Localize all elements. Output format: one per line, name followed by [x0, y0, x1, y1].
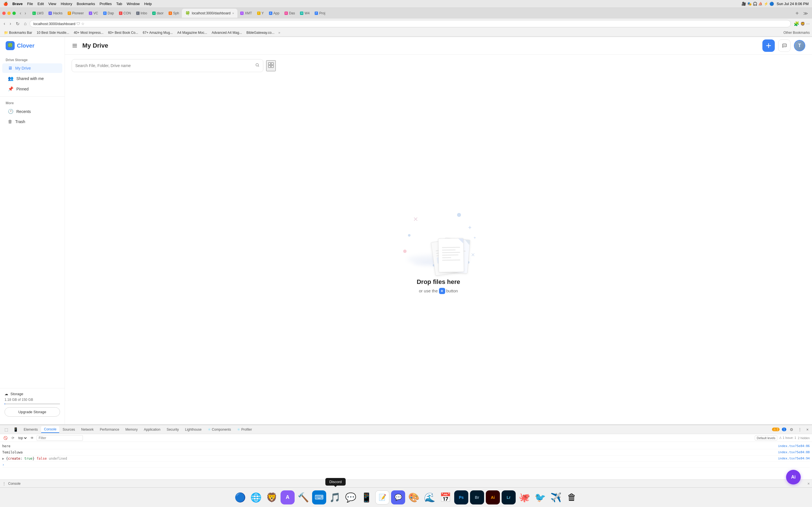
bookmark-book[interactable]: 60+ Best Book Co... [106, 30, 140, 35]
sidebar-item-recents[interactable]: 🕐 Recents [2, 107, 62, 116]
more-section-label: More [0, 99, 64, 106]
tab-active-dashboard[interactable]: 🍀 localhost:3000/dashboard × [182, 9, 238, 18]
logo-text: Clover [17, 43, 35, 49]
logo-icon: 🍀 [6, 41, 15, 50]
drop-zone[interactable]: ✕ ✕ ✦ ✦ [65, 76, 406, 253]
sidebar-item-my-drive[interactable]: 🖥 My Drive [2, 63, 62, 73]
maximize-window-button[interactable] [12, 11, 16, 15]
traffic-lights [2, 11, 16, 15]
drive-section-label: Drive Storage [0, 56, 64, 63]
svg-rect-0 [72, 44, 77, 45]
drop-illustration: ✕ ✕ ✦ ✦ [399, 207, 406, 254]
page-title: My Drive [82, 42, 108, 49]
sidebar: 🍀 Clover Drive Storage 🖥 My Drive 👥 Shar… [0, 37, 65, 253]
svg-rect-1 [72, 45, 77, 46]
tab-y[interactable]: Y Y [255, 9, 266, 17]
sidebar-item-pinned[interactable]: 📌 Pinned [2, 84, 62, 94]
refresh-button[interactable]: ↻ [14, 20, 21, 27]
star-icon[interactable]: ☆ [81, 22, 85, 26]
tab-inbox[interactable]: I Inbo [134, 9, 149, 17]
tab-sph[interactable]: S Sph [166, 9, 181, 17]
sidebar-divider [0, 96, 64, 97]
search-bar-row [65, 55, 406, 76]
search-input[interactable] [75, 63, 255, 68]
tab-lw3[interactable]: L LW3 [30, 9, 46, 17]
tab-menu[interactable]: Tab [116, 2, 122, 6]
tab-dao[interactable]: d daor [150, 9, 166, 17]
recents-icon: 🕐 [8, 109, 13, 114]
svg-rect-2 [72, 47, 77, 47]
tab-w4[interactable]: W W4 [298, 9, 312, 17]
svg-rect-8 [271, 62, 273, 65]
svg-rect-7 [268, 62, 271, 65]
window-menu[interactable]: Window [126, 2, 140, 6]
file-menu[interactable]: File [27, 2, 33, 6]
bookmarks-menu[interactable]: Bookmarks [77, 2, 95, 6]
minimize-window-button[interactable] [7, 11, 11, 15]
main-content: My Drive [65, 37, 406, 253]
edit-menu[interactable]: Edit [38, 2, 44, 6]
tab-proj[interactable]: P Proj [312, 9, 327, 17]
bookmark-bible[interactable]: BibleGateway.co... [245, 30, 276, 35]
my-drive-icon: 🖥 [8, 66, 12, 71]
bookmarks-bar-icon: 📁 [4, 31, 8, 35]
tab-hacks[interactable]: H Hacks [46, 9, 64, 17]
tab-vc[interactable]: V VC [87, 9, 100, 17]
bookmark-impress[interactable]: 40+ Most Impress... [72, 30, 105, 35]
sidebar-item-shared-with-me[interactable]: 👥 Shared with me [2, 73, 62, 83]
sidebar-item-trash[interactable]: 🗑 Trash [2, 117, 62, 126]
bookmarks-bar: 📁 Bookmarks Bar 10 Best Side Hustle... 4… [0, 29, 406, 37]
tab-pioneer[interactable]: P Pioneer [65, 9, 86, 17]
back-button[interactable]: ‹ [18, 10, 22, 16]
bookmark-bar-label[interactable]: 📁 Bookmarks Bar [2, 30, 34, 35]
url-text: localhost:3000/dashboard [33, 22, 75, 26]
pinned-icon: 📌 [8, 86, 13, 92]
help-menu[interactable]: Help [144, 2, 152, 6]
bookmark-side-hustle[interactable]: 10 Best Side Hustle... [35, 30, 71, 35]
tab-close-button[interactable]: × [232, 11, 234, 15]
close-window-button[interactable] [2, 11, 6, 15]
tab-con[interactable]: C CON [117, 9, 133, 17]
sidebar-item-label: Pinned [16, 87, 29, 91]
view-menu[interactable]: View [49, 2, 56, 6]
tab-nav-buttons: ‹ › [18, 10, 28, 16]
menu-toggle-button[interactable] [71, 43, 78, 49]
svg-rect-10 [271, 65, 273, 68]
brave-menu[interactable]: Brave [12, 2, 22, 6]
home-button[interactable]: ⌂ [22, 20, 28, 27]
bookmark-mug[interactable]: 67+ Amazing Mug... [141, 30, 174, 35]
tab-dap[interactable]: D Dap [101, 9, 116, 17]
sidebar-item-label: My Drive [15, 66, 31, 70]
url-input[interactable]: localhost:3000/dashboard 🛡 ☆ [30, 20, 406, 27]
sidebar-item-label: Shared with me [16, 76, 44, 81]
tab-xmt[interactable]: X XMT [238, 9, 254, 17]
shared-with-me-icon: 👥 [8, 76, 13, 81]
profiles-menu[interactable]: Profiles [100, 2, 112, 6]
bookmark-a4[interactable]: A4 Magazine Moc... [175, 30, 209, 35]
search-container [71, 59, 263, 72]
sidebar-item-label: Recents [16, 109, 31, 114]
bookmark-a4-adv[interactable]: Advanced A4 Mag... [210, 30, 244, 35]
main-header: My Drive [65, 37, 406, 55]
bookmarks-more[interactable]: » [278, 31, 280, 35]
forward-button[interactable]: › [23, 10, 27, 16]
forward-nav-button[interactable]: › [8, 20, 12, 27]
history-menu[interactable]: History [61, 2, 72, 6]
tab-das[interactable]: D Das [282, 9, 297, 17]
svg-rect-9 [268, 65, 271, 68]
tab-app[interactable]: A App [267, 9, 282, 17]
search-button[interactable] [255, 63, 260, 68]
apple-menu[interactable]: 🍎 [3, 2, 8, 6]
app-logo[interactable]: 🍀 Clover [0, 41, 64, 56]
view-toggle-button[interactable] [266, 60, 276, 71]
sidebar-item-label: Trash [15, 119, 25, 124]
trash-icon: 🗑 [8, 119, 12, 124]
shield-icon[interactable]: 🛡 [77, 22, 80, 26]
address-bar-row: ‹ › ↻ ⌂ localhost:3000/dashboard 🛡 ☆ 🧩 🦁… [0, 18, 406, 29]
menubar: 🍎 Brave File Edit View History Bookmarks… [0, 0, 406, 8]
back-nav-button[interactable]: ‹ [2, 20, 6, 27]
